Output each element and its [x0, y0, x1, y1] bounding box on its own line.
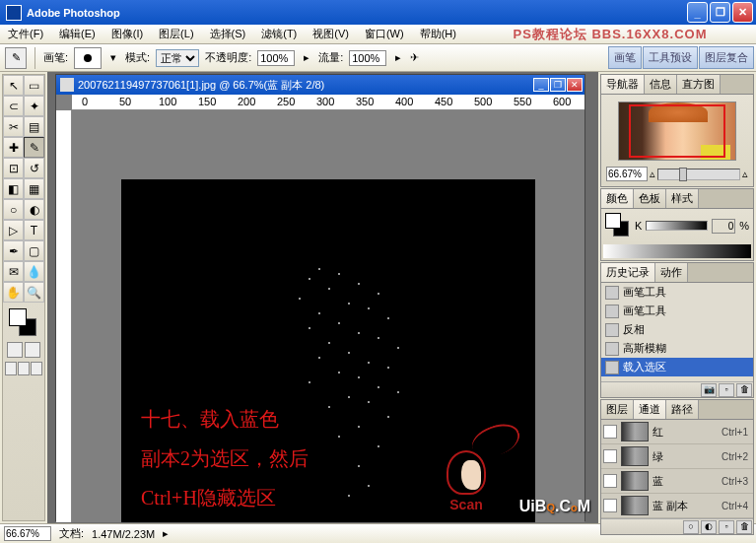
- type-tool[interactable]: T: [24, 220, 44, 240]
- heal-tool[interactable]: ✚: [3, 137, 24, 158]
- channel-item[interactable]: 蓝Ctrl+3: [601, 469, 753, 494]
- eraser-tool[interactable]: ◧: [3, 178, 24, 199]
- tab-history[interactable]: 历史记录: [601, 263, 655, 282]
- pen-tool[interactable]: ✒: [3, 240, 24, 261]
- tab-channels[interactable]: 通道: [634, 400, 666, 419]
- doc-maximize-button[interactable]: ❐: [550, 78, 566, 92]
- minimize-button[interactable]: _: [687, 2, 708, 23]
- menu-edit[interactable]: 编辑(E): [51, 25, 103, 43]
- menu-file[interactable]: 文件(F): [0, 25, 51, 43]
- dock-brushes[interactable]: 画笔: [608, 46, 642, 69]
- status-zoom[interactable]: [4, 526, 51, 541]
- quickmask-mode-icon[interactable]: [25, 342, 40, 358]
- tab-navigator[interactable]: 导航器: [601, 75, 645, 94]
- menu-select[interactable]: 选择(S): [202, 25, 254, 43]
- navigator-thumbnail[interactable]: [618, 102, 736, 161]
- history-brush-tool[interactable]: ↺: [24, 158, 44, 178]
- mode-select[interactable]: 正常: [156, 49, 199, 67]
- zoom-out-icon[interactable]: ▵: [650, 168, 655, 180]
- screen-full-menu-icon[interactable]: [18, 362, 30, 375]
- history-item[interactable]: 反相: [601, 320, 753, 339]
- tab-swatches[interactable]: 色板: [634, 189, 666, 208]
- history-item[interactable]: 载入选区: [601, 358, 753, 376]
- color-swatches[interactable]: [3, 306, 44, 340]
- tab-paths[interactable]: 路径: [666, 400, 699, 419]
- doc-close-button[interactable]: ✕: [567, 78, 583, 92]
- channel-item[interactable]: 绿Ctrl+2: [601, 444, 753, 469]
- move-tool[interactable]: ↖: [3, 75, 24, 96]
- zoom-tool[interactable]: 🔍: [24, 282, 44, 303]
- marquee-tool[interactable]: ▭: [24, 75, 44, 96]
- doc-minimize-button[interactable]: _: [533, 78, 549, 92]
- tab-info[interactable]: 信息: [645, 75, 677, 94]
- blur-tool[interactable]: ○: [3, 199, 24, 220]
- tab-styles[interactable]: 样式: [666, 189, 699, 208]
- zoom-input[interactable]: [606, 167, 648, 181]
- fg-color[interactable]: [9, 308, 27, 326]
- ruler-vertical[interactable]: [56, 110, 72, 522]
- new-channel-icon[interactable]: ▫: [719, 520, 734, 534]
- dodge-tool[interactable]: ◐: [24, 199, 44, 220]
- visibility-icon[interactable]: [603, 425, 617, 439]
- stamp-tool[interactable]: ⊡: [3, 158, 24, 178]
- menu-image[interactable]: 图像(I): [103, 25, 151, 43]
- gradient-tool[interactable]: ▦: [24, 178, 44, 199]
- tab-color[interactable]: 颜色: [601, 189, 634, 208]
- maximize-button[interactable]: ❐: [710, 2, 730, 23]
- wand-tool[interactable]: ✦: [24, 96, 44, 116]
- eyedropper-tool[interactable]: 💧: [24, 261, 44, 282]
- brush-preset[interactable]: [74, 47, 102, 69]
- hand-tool[interactable]: ✋: [3, 282, 24, 303]
- menu-layer[interactable]: 图层(L): [151, 25, 201, 43]
- k-value[interactable]: 0: [712, 219, 735, 234]
- tab-actions[interactable]: 动作: [655, 263, 688, 282]
- channel-item[interactable]: 红Ctrl+1: [601, 420, 753, 444]
- history-item[interactable]: 高斯模糊: [601, 339, 753, 358]
- menu-view[interactable]: 视图(V): [305, 25, 357, 43]
- close-button[interactable]: ✕: [732, 2, 753, 23]
- history-item[interactable]: 画笔工具: [601, 302, 753, 320]
- brush-dropdown-icon[interactable]: ▾: [107, 51, 119, 64]
- flow-value[interactable]: 100%: [349, 50, 386, 66]
- channel-item[interactable]: 蓝 副本Ctrl+4: [601, 494, 753, 518]
- visibility-icon[interactable]: [603, 449, 617, 463]
- brush-tool[interactable]: ✎: [24, 137, 44, 158]
- visibility-icon[interactable]: [603, 474, 617, 488]
- menu-help[interactable]: 帮助(H): [412, 25, 464, 43]
- tab-histogram[interactable]: 直方图: [677, 75, 721, 94]
- visibility-icon[interactable]: [603, 499, 617, 512]
- screen-full-icon[interactable]: [31, 362, 42, 375]
- notes-tool[interactable]: ✉: [3, 261, 24, 282]
- trash-icon[interactable]: 🗑: [736, 383, 752, 397]
- shape-tool[interactable]: ▢: [24, 240, 44, 261]
- new-doc-icon[interactable]: ▫: [719, 383, 734, 397]
- status-dropdown-icon[interactable]: ▸: [163, 527, 169, 540]
- crop-tool[interactable]: ✂: [3, 116, 24, 137]
- opacity-value[interactable]: 100%: [257, 50, 295, 66]
- tab-layers[interactable]: 图层: [601, 400, 634, 419]
- history-item[interactable]: 画笔工具: [601, 283, 753, 302]
- zoom-slider[interactable]: [657, 169, 740, 180]
- slice-tool[interactable]: ▤: [24, 116, 44, 137]
- zoom-in-icon[interactable]: ▵: [742, 168, 748, 180]
- document-titlebar[interactable]: 200762119497737061[1].jpg @ 66.7%(蓝 副本 2…: [56, 75, 584, 95]
- k-slider[interactable]: [646, 221, 708, 231]
- airbrush-icon[interactable]: ✈: [410, 51, 419, 64]
- canvas[interactable]: 十七、载入蓝色 副本2为选区，然后 Ctrl+H隐藏选区 Scan: [121, 179, 535, 522]
- lasso-tool[interactable]: ⊂: [3, 96, 24, 116]
- path-tool[interactable]: ▷: [3, 220, 24, 240]
- flow-dropdown-icon[interactable]: ▸: [392, 51, 404, 64]
- standard-mode-icon[interactable]: [7, 342, 23, 358]
- color-ramp[interactable]: [603, 244, 751, 258]
- dock-layercomps[interactable]: 图层复合: [699, 46, 754, 69]
- canvas-area[interactable]: 十七、载入蓝色 副本2为选区，然后 Ctrl+H隐藏选区 Scan: [72, 110, 584, 522]
- menu-filter[interactable]: 滤镜(T): [253, 25, 305, 43]
- load-selection-icon[interactable]: ○: [683, 520, 699, 534]
- save-selection-icon[interactable]: ◐: [701, 520, 717, 534]
- menu-window[interactable]: 窗口(W): [357, 25, 412, 43]
- dock-presets[interactable]: 工具预设: [643, 46, 698, 69]
- opacity-dropdown-icon[interactable]: ▸: [301, 51, 312, 64]
- new-snapshot-icon[interactable]: 📷: [701, 383, 717, 397]
- color-swatch[interactable]: [605, 213, 631, 238]
- ruler-horizontal[interactable]: 0 50 100 150 200 250 300 350 400 450 500…: [72, 95, 584, 110]
